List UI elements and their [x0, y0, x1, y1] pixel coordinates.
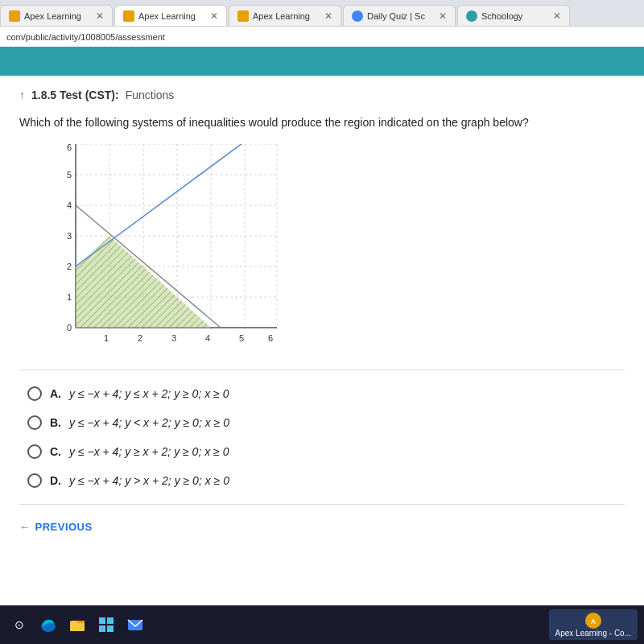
windows-start-icon	[98, 617, 114, 633]
svg-text:6: 6	[268, 333, 273, 343]
previous-arrow-icon: ←	[19, 521, 31, 533]
svg-text:0: 0	[67, 323, 72, 332]
previous-button[interactable]: ← PREVIOUS	[19, 521, 625, 533]
tab-icon-2	[123, 10, 134, 22]
taskbar: ⊙ A	[0, 605, 644, 644]
tab-label-1: Apex Learning	[24, 11, 89, 21]
taskbar-mail-icon[interactable]	[122, 612, 148, 638]
svg-text:1: 1	[67, 292, 72, 302]
tab-apex-2[interactable]: Apex Learning ✕	[114, 5, 227, 26]
svg-rect-40	[107, 617, 114, 624]
tab-close-1[interactable]: ✕	[96, 10, 104, 22]
test-subject: Functions	[126, 89, 175, 101]
radio-b[interactable]	[27, 415, 42, 430]
answer-choice-b[interactable]: B. y ≤ −x + 4; y < x + 2; y ≥ 0; x ≥ 0	[27, 415, 625, 430]
question-text: Which of the following systems of inequa…	[19, 114, 625, 131]
tab-close-2[interactable]: ✕	[210, 10, 218, 22]
tab-close-5[interactable]: ✕	[553, 10, 561, 22]
tab-label-5: Schoology	[481, 11, 547, 21]
tab-icon-3	[237, 10, 249, 22]
address-text: com/public/activity/1008005/assessment	[6, 32, 165, 42]
graph-svg: 1 2 3 4 5 6 0 1 2 3 4 5 6	[52, 144, 285, 353]
answer-choice-a[interactable]: A. y ≤ −x + 4; y ≤ x + 2; y ≥ 0; x ≥ 0	[27, 386, 625, 401]
choice-text-c: y ≤ −x + 4; y ≥ x + 2; y ≥ 0; x ≥ 0	[69, 445, 229, 458]
choice-label-d: D.	[50, 474, 61, 487]
tab-close-4[interactable]: ✕	[439, 10, 447, 22]
tab-label-3: Apex Learning	[253, 11, 318, 21]
tab-apex-1[interactable]: Apex Learning ✕	[0, 5, 113, 26]
radio-d[interactable]	[27, 473, 42, 488]
svg-text:1: 1	[104, 333, 109, 343]
apex-header-bar	[0, 47, 644, 76]
choice-label-b: B.	[50, 416, 61, 429]
answer-choices: A. y ≤ −x + 4; y ≤ x + 2; y ≥ 0; x ≥ 0 B…	[27, 386, 625, 488]
browser-chrome: Apex Learning ✕ Apex Learning ✕ Apex Lea…	[0, 0, 644, 47]
tab-schoology[interactable]: Schoology ✕	[457, 5, 570, 26]
tab-icon-4	[352, 10, 363, 22]
tab-label-4: Daily Quiz | Sc	[367, 11, 432, 21]
mail-icon	[126, 616, 144, 634]
previous-label: PREVIOUS	[35, 521, 93, 533]
svg-rect-41	[99, 625, 105, 632]
svg-text:4: 4	[205, 333, 210, 343]
choice-label-a: A.	[50, 387, 61, 400]
svg-text:3: 3	[171, 333, 176, 343]
up-arrow-icon: ↑	[19, 89, 25, 101]
svg-rect-38	[70, 623, 85, 631]
apex-app-icon: A	[585, 613, 601, 629]
graph-container: 1 2 3 4 5 6 0 1 2 3 4 5 6	[52, 144, 285, 353]
file-explorer-icon	[68, 616, 86, 634]
taskbar-pinned-label: Apex Learning - Co...	[555, 629, 632, 638]
svg-text:3: 3	[67, 231, 72, 241]
tab-icon-5	[466, 10, 477, 22]
svg-rect-39	[99, 617, 105, 624]
tab-icon-1	[9, 10, 20, 22]
tab-apex-3[interactable]: Apex Learning ✕	[229, 5, 341, 26]
svg-rect-42	[107, 625, 114, 632]
tab-bar: Apex Learning ✕ Apex Learning ✕ Apex Lea…	[0, 0, 644, 26]
svg-text:A: A	[591, 617, 597, 625]
svg-text:2: 2	[138, 333, 142, 343]
choice-text-b: y ≤ −x + 4; y < x + 2; y ≥ 0; x ≥ 0	[69, 416, 229, 429]
answer-choice-c[interactable]: C. y ≤ −x + 4; y ≥ x + 2; y ≥ 0; x ≥ 0	[27, 444, 625, 459]
taskbar-pinned-apex[interactable]: A Apex Learning - Co...	[549, 609, 638, 640]
radio-c[interactable]	[27, 444, 42, 459]
search-icon: ⊙	[14, 618, 24, 631]
answer-choice-d[interactable]: D. y ≤ −x + 4; y > x + 2; y ≥ 0; x ≥ 0	[27, 473, 625, 488]
tab-label-2: Apex Learning	[138, 11, 204, 21]
taskbar-edge-icon[interactable]	[35, 612, 61, 638]
svg-text:4: 4	[67, 200, 72, 210]
test-header: ↑ 1.8.5 Test (CST): Functions	[19, 89, 625, 101]
svg-text:5: 5	[239, 333, 244, 343]
divider	[19, 369, 625, 370]
test-section: 1.8.5 Test (CST):	[31, 89, 119, 101]
taskbar-search-button[interactable]: ⊙	[6, 612, 32, 638]
radio-a[interactable]	[27, 386, 42, 401]
edge-browser-icon	[39, 616, 57, 634]
divider-2	[19, 504, 625, 505]
taskbar-file-icon[interactable]	[64, 612, 90, 638]
choice-text-a: y ≤ −x + 4; y ≤ x + 2; y ≥ 0; x ≥ 0	[69, 387, 229, 400]
main-content: ↑ 1.8.5 Test (CST): Functions Which of t…	[0, 76, 644, 605]
taskbar-start-icon[interactable]	[93, 612, 119, 638]
choice-text-d: y ≤ −x + 4; y > x + 2; y ≥ 0; x ≥ 0	[69, 474, 229, 487]
svg-text:2: 2	[67, 262, 72, 271]
svg-text:5: 5	[67, 170, 72, 180]
tab-close-3[interactable]: ✕	[324, 10, 332, 22]
svg-text:6: 6	[67, 144, 72, 152]
tab-daily-quiz[interactable]: Daily Quiz | Sc ✕	[343, 5, 456, 26]
address-bar[interactable]: com/public/activity/1008005/assessment	[0, 26, 644, 47]
choice-label-c: C.	[50, 445, 61, 458]
